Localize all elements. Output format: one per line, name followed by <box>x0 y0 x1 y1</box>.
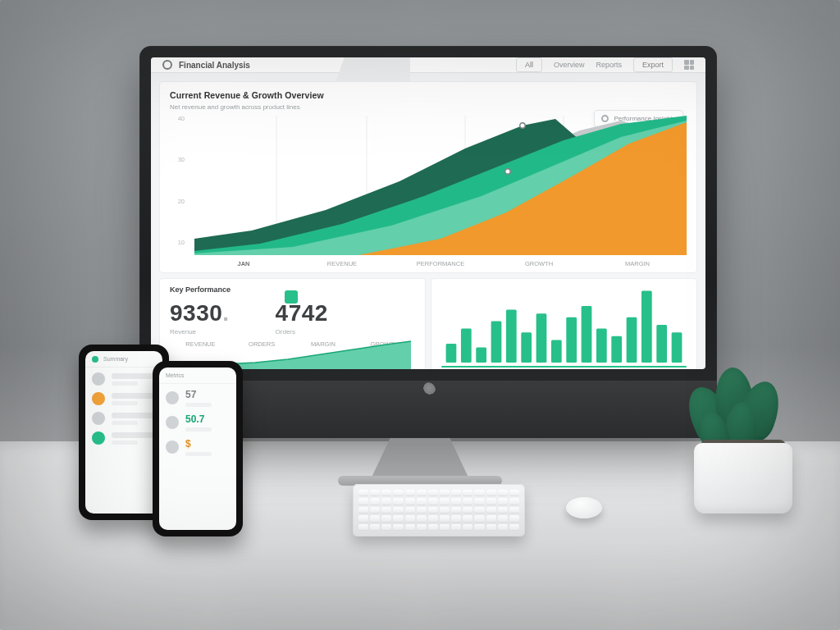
svg-rect-13 <box>551 340 562 363</box>
list-item[interactable] <box>92 431 156 445</box>
main-chart-xaxis: JAN REVENUE PERFORMANCE GROWTH MARGIN <box>194 260 687 267</box>
phone-front: Metrics 5750.7$ <box>153 361 243 536</box>
svg-rect-19 <box>641 291 652 363</box>
nav-overview[interactable]: Overview <box>554 61 585 69</box>
nav-export[interactable]: Export <box>633 57 673 72</box>
list-item[interactable]: 57 <box>166 389 230 407</box>
key-row <box>358 524 519 531</box>
brand-logo-icon <box>162 60 172 70</box>
kpi-a: 9330. Revenue <box>170 300 230 336</box>
nav-reports[interactable]: Reports <box>596 61 622 69</box>
list-item[interactable] <box>92 372 156 386</box>
kpi-b-value: 4742 <box>276 300 328 326</box>
dashboard-screen: Financial Analysis All Overview Reports … <box>151 57 705 369</box>
top-nav: All Overview Reports Export <box>516 57 694 72</box>
bullet-icon <box>92 431 105 445</box>
bullet-icon <box>92 412 105 425</box>
main-chart-panel: Current Revenue & Growth Overview Net re… <box>159 81 697 273</box>
bars-baseline <box>441 366 687 368</box>
list-item[interactable]: 50.7 <box>166 413 230 431</box>
bullet-icon <box>166 441 179 454</box>
metric-value: $ <box>185 438 230 450</box>
list-item[interactable] <box>92 392 156 405</box>
bullet-icon <box>166 391 179 404</box>
metric-value: 50.7 <box>185 413 230 425</box>
metric-value: 57 <box>185 389 230 400</box>
kpi-b: 4742 Orders <box>276 300 328 336</box>
svg-rect-17 <box>611 336 622 363</box>
phone-b-header: Metrics <box>159 368 236 384</box>
status-dot-icon <box>92 356 98 363</box>
phone-b-list: 5750.7$ <box>159 384 236 530</box>
svg-point-4 <box>520 123 525 128</box>
apps-icon[interactable] <box>684 60 694 70</box>
plant-pot <box>694 443 792 514</box>
key-row <box>358 490 519 496</box>
keyboard <box>353 484 525 536</box>
key-row <box>358 515 519 522</box>
nav-pill[interactable]: All <box>516 57 542 72</box>
svg-rect-15 <box>582 306 592 363</box>
xtick: GROWTH <box>490 260 588 267</box>
list-item[interactable]: $ <box>166 438 230 456</box>
kpi-a-value: 9330. <box>170 300 230 326</box>
kpi-a-label: Revenue <box>170 328 230 336</box>
main-chart-title: Current Revenue & Growth Overview <box>170 90 687 100</box>
bottom-row: Key Performance 9330. Revenue 4742 Order… <box>159 278 697 369</box>
svg-rect-7 <box>461 329 472 363</box>
key-row <box>358 507 519 514</box>
svg-rect-20 <box>656 325 667 363</box>
kpi-values: 9330. Revenue 4742 Orders <box>170 300 415 336</box>
topbar: Financial Analysis All Overview Reports … <box>151 57 705 73</box>
main-chart-plot <box>194 116 687 255</box>
svg-rect-11 <box>521 332 532 363</box>
svg-rect-8 <box>476 348 486 363</box>
phone-b-title: Metrics <box>166 372 185 378</box>
area-chart-icon <box>194 116 687 255</box>
svg-rect-6 <box>446 344 457 363</box>
svg-rect-12 <box>536 313 547 363</box>
svg-point-5 <box>505 169 510 174</box>
svg-rect-18 <box>627 317 637 363</box>
ytick: 40 <box>168 115 185 122</box>
kpi-b-label: Orders <box>276 328 328 336</box>
content-grid: Current Revenue & Growth Overview Net re… <box>151 73 705 369</box>
svg-rect-10 <box>506 310 517 363</box>
bullet-icon <box>166 416 179 429</box>
xtick: PERFORMANCE <box>391 260 490 267</box>
svg-rect-14 <box>566 317 577 363</box>
svg-rect-16 <box>596 329 607 363</box>
brand-label: Financial Analysis <box>179 61 250 70</box>
bullet-icon <box>92 372 105 386</box>
phone-a-list <box>85 368 162 514</box>
brand[interactable]: Financial Analysis <box>162 60 250 70</box>
phone-a-header: Summary <box>85 351 162 368</box>
kpi-marker-icon <box>285 290 298 304</box>
key-row <box>358 498 519 504</box>
ytick: 30 <box>168 156 185 163</box>
ytick: 10 <box>168 239 185 246</box>
svg-rect-9 <box>491 321 502 363</box>
bars-panel <box>431 278 697 369</box>
bullet-icon <box>92 392 105 405</box>
xtick: JAN <box>194 260 293 267</box>
xtick: MARGIN <box>588 260 687 267</box>
monitor-stand <box>371 433 469 479</box>
phone-a-title: Summary <box>103 356 128 362</box>
ytick: 20 <box>168 198 185 205</box>
bar-chart-icon <box>441 287 687 363</box>
kpi-panel: Key Performance 9330. Revenue 4742 Order… <box>159 278 426 369</box>
mouse <box>566 497 602 518</box>
main-chart-yaxis: 40 30 20 10 <box>168 115 185 246</box>
bars-plot <box>441 287 687 363</box>
list-item[interactable] <box>92 412 156 425</box>
xtick: REVENUE <box>293 260 391 267</box>
